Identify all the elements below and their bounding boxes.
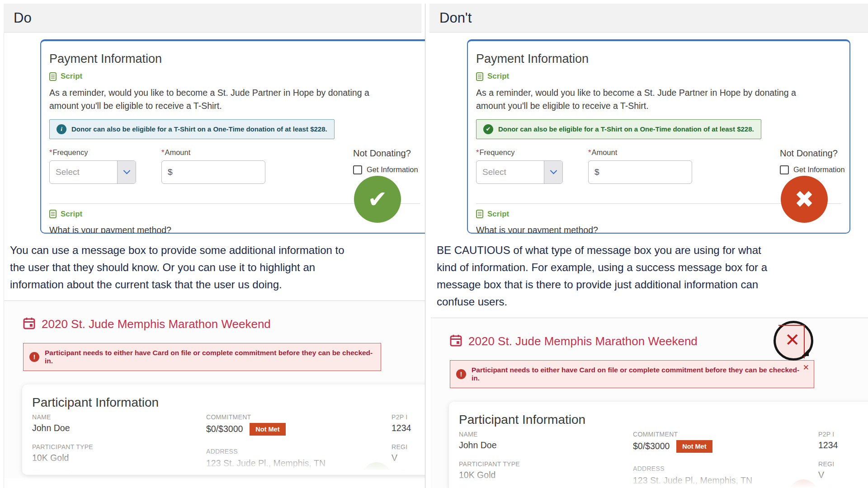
participant-card-title: Participant Information <box>459 413 868 427</box>
frequency-select-value: Select <box>476 161 544 183</box>
dont-column: Payment Information Script As a reminder… <box>431 33 868 488</box>
required-marker: * <box>476 148 479 156</box>
script-doc-icon <box>49 210 57 218</box>
script-text-line2: amount you'll be eligible to receive a T… <box>49 99 425 113</box>
field-address: ADDRESS123 St. Jude Pl., Memphis, TN 381… <box>206 448 333 475</box>
dont-event-example: 2020 St. Jude Memphis Marathon Weekend ✕… <box>431 318 868 488</box>
script-text-line2: amount you'll be eligible to receive a T… <box>476 99 850 113</box>
required-marker: * <box>161 148 164 156</box>
do-column: Payment Information Script As a reminder… <box>4 33 425 488</box>
frequency-select[interactable]: Select <box>476 160 563 184</box>
amount-prefix: $ <box>594 167 599 177</box>
field-team-name: TEAM NAME <box>32 469 71 475</box>
dismiss-icon[interactable]: ✕ <box>803 363 809 372</box>
amount-label: *Amount <box>588 148 692 157</box>
success-message-text: Donor can also be eligible for a T-Shirt… <box>498 125 754 133</box>
participant-card: Participant Information NAMEJohn Doe PAR… <box>22 385 425 475</box>
dont-header-label: Don't <box>439 10 472 26</box>
field-name: NAMEJohn Doe <box>32 413 70 433</box>
field-checkin: CHE( <box>818 486 834 488</box>
script-doc-icon <box>49 72 57 81</box>
dont-header: Don't <box>429 4 868 33</box>
event-title: 2020 St. Jude Memphis Marathon Weekend <box>42 317 271 331</box>
get-information-checkbox[interactable] <box>780 165 789 174</box>
success-check-icon: ✔ <box>483 124 493 134</box>
frequency-select-caret[interactable] <box>544 161 562 183</box>
error-message-box: ! Participant needs to either have Card … <box>23 343 381 371</box>
get-information-checkbox[interactable] <box>353 165 362 174</box>
script-label: Script <box>487 72 509 81</box>
field-address: ADDRESS123 St. Jude Pl., Memphis, TN 381… <box>633 465 760 488</box>
not-donating-label: Not Donating? <box>353 148 418 159</box>
error-message-box: ! Participant needs to either have Card … <box>450 360 814 388</box>
script-text-line1: As a reminder, would you like to become … <box>49 88 369 98</box>
payment-card: Payment Information Script As a reminder… <box>40 39 425 234</box>
dont-caption: BE CAUTIOUS of what type of message box … <box>437 242 772 310</box>
info-icon: i <box>57 124 66 134</box>
payment-method-question: What is your payment method? <box>49 225 425 234</box>
payment-card-title: Payment Information <box>476 52 849 66</box>
script-text-line1: As a reminder, would you like to become … <box>476 88 796 98</box>
frequency-select-caret[interactable] <box>117 161 136 183</box>
chevron-down-icon <box>550 167 557 174</box>
field-participant-type: PARTICIPANT TYPE10K Gold <box>32 443 93 463</box>
frequency-select-value: Select <box>50 161 117 183</box>
cross-icon: ✖ <box>794 186 814 213</box>
do-check-circle-icon: ✔ <box>354 176 401 223</box>
script-label: Script <box>61 72 82 81</box>
error-icon: ! <box>29 352 39 362</box>
not-donating-label: Not Donating? <box>780 148 845 159</box>
required-marker: * <box>49 148 52 156</box>
checkin-button-faded <box>789 479 818 488</box>
field-team-name: TEAM NAME <box>459 486 498 488</box>
field-name: NAMEJohn Doe <box>459 431 496 450</box>
do-header-label: Do <box>14 10 32 26</box>
field-p2p: P2P I1234 <box>392 413 411 433</box>
magnified-dismiss-icon: ✕ <box>785 329 800 350</box>
amount-input[interactable]: $ <box>588 160 692 184</box>
do-header: Do <box>4 4 421 33</box>
field-p2p: P2P I1234 <box>818 431 838 450</box>
payment-method-question: What is your payment method? <box>476 225 849 234</box>
error-icon: ! <box>456 369 466 379</box>
required-marker: * <box>588 148 591 156</box>
calendar-icon <box>450 334 462 348</box>
script-text: As a reminder, would you like to become … <box>476 86 850 113</box>
field-registration: REGIV <box>392 443 407 463</box>
column-divider <box>425 4 425 488</box>
amount-label: *Amount <box>161 148 265 157</box>
info-message-box: i Donor can also be eligible for a T-Shi… <box>49 119 335 139</box>
field-commitment: COMMITMENT $0/$3000Not Met <box>633 431 712 453</box>
participant-card: Participant Information NAMEJohn Doe PAR… <box>449 402 868 488</box>
do-event-example: 2020 St. Jude Memphis Marathon Weekend !… <box>4 300 425 478</box>
error-message-text: Participant needs to either have Card on… <box>45 349 373 365</box>
frequency-select[interactable]: Select <box>49 160 136 184</box>
not-met-badge: Not Met <box>676 440 712 453</box>
event-title: 2020 St. Jude Memphis Marathon Weekend <box>468 334 698 348</box>
get-information-label: Get Information <box>367 165 418 174</box>
field-checkin: CHE( <box>392 469 407 475</box>
participant-card-title: Participant Information <box>32 395 425 410</box>
amount-input[interactable]: $ <box>161 160 265 184</box>
get-information-label: Get Information <box>793 165 845 174</box>
payment-card: Payment Information Script As a reminder… <box>467 39 850 234</box>
chevron-down-icon <box>123 167 130 174</box>
dont-cross-circle-icon: ✖ <box>781 176 828 223</box>
script-text: As a reminder, would you like to become … <box>49 86 425 113</box>
field-registration: REGIV <box>818 460 834 480</box>
error-message-text: Participant needs to either have Card on… <box>472 366 807 382</box>
check-icon: ✔ <box>368 186 387 213</box>
frequency-label: *Frequency <box>476 148 563 157</box>
calendar-icon <box>23 317 35 331</box>
frequency-label: *Frequency <box>49 148 136 157</box>
do-caption: You can use a message box to provide som… <box>10 242 345 293</box>
script-doc-icon <box>476 72 483 81</box>
not-met-badge: Not Met <box>250 423 285 436</box>
magnifier-callout: ✕ <box>774 321 813 361</box>
amount-prefix: $ <box>168 167 173 177</box>
script-label: Script <box>487 210 509 219</box>
success-message-box: ✔ Donor can also be eligible for a T-Shi… <box>476 119 761 139</box>
payment-card-title: Payment Information <box>49 52 425 66</box>
field-participant-type: PARTICIPANT TYPE10K Gold <box>459 460 520 480</box>
script-label: Script <box>61 210 82 219</box>
